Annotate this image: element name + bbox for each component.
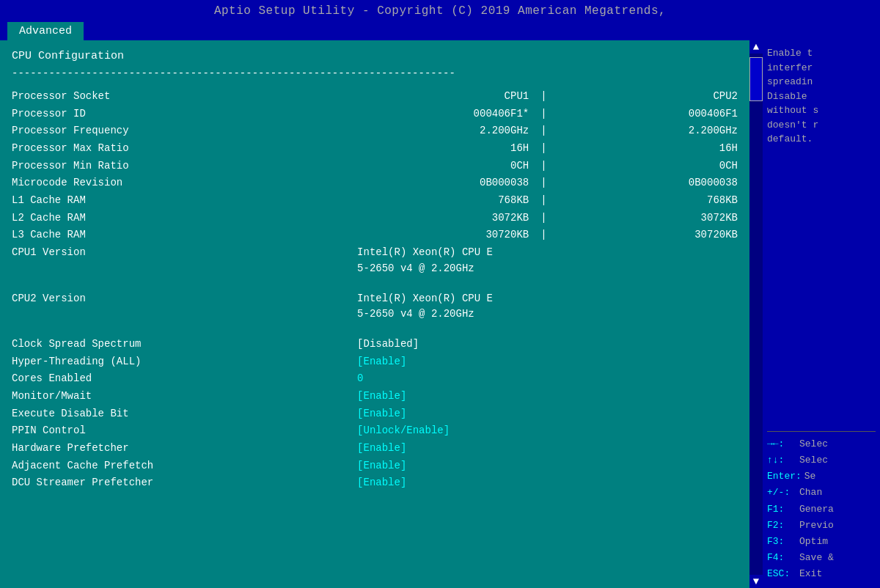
value-cores-enabled[interactable]: 0 bbox=[350, 370, 738, 388]
key-sym: Enter: bbox=[767, 468, 802, 485]
table-row: 5-2650 v4 @ 2.20GHz bbox=[12, 261, 738, 283]
table-row: Processor ID 000406F1* | 000406F1 bbox=[12, 106, 738, 123]
value: 30720KB bbox=[350, 227, 529, 244]
right-panel: Enable t interfer spreadin Disable witho… bbox=[763, 40, 880, 588]
main-content: CPU Configuration ----------------------… bbox=[0, 40, 880, 588]
table-row-hyper-threading[interactable]: Hyper-Threading (ALL) [Enable] bbox=[12, 353, 738, 371]
tab-advanced[interactable]: Advanced bbox=[7, 22, 84, 40]
value: 2.200GHz bbox=[350, 122, 529, 140]
value2: 2.200GHz bbox=[559, 122, 738, 140]
table-row: CPU1 Version Intel(R) Xeon(R) CPU E bbox=[12, 244, 738, 261]
table-row: L3 Cache RAM 30720KB | 30720KB bbox=[12, 227, 738, 244]
cpu2-version-cont: 5-2650 v4 @ 2.20GHz bbox=[350, 306, 738, 328]
scroll-track[interactable] bbox=[749, 54, 763, 575]
key-item: ↑↓: Selec bbox=[767, 452, 876, 468]
label: L2 Cache RAM bbox=[12, 210, 350, 227]
table-row: Processor Min Ratio 0CH | 0CH bbox=[12, 158, 738, 175]
table-row-adj-cache[interactable]: Adjacent Cache Prefetch [Enable] bbox=[12, 457, 738, 475]
scrollbar[interactable]: ▲ ▼ bbox=[749, 40, 763, 588]
label bbox=[12, 306, 350, 328]
label: L1 Cache RAM bbox=[12, 192, 350, 210]
table-row-hw-prefetch[interactable]: Hardware Prefetcher [Enable] bbox=[12, 440, 738, 457]
label: Processor Min Ratio bbox=[12, 158, 350, 175]
separator: ----------------------------------------… bbox=[12, 66, 738, 82]
help-line: Disable bbox=[767, 89, 876, 104]
value2: CPU2 bbox=[559, 88, 738, 106]
value-monitor-mwait[interactable]: [Enable] bbox=[350, 388, 738, 405]
label: L3 Cache RAM bbox=[12, 227, 350, 244]
section-title: CPU Configuration bbox=[12, 48, 738, 65]
help-line: interfer bbox=[767, 61, 876, 76]
value2: 16H bbox=[559, 140, 738, 158]
table-row-execute-disable[interactable]: Execute Disable Bit [Enable] bbox=[12, 405, 738, 423]
value2: 30720KB bbox=[559, 227, 738, 244]
key-item: F3: Optim bbox=[767, 534, 876, 550]
key-item: F1: Genera bbox=[767, 501, 876, 518]
value: 0CH bbox=[350, 158, 529, 175]
value-dcu-streamer[interactable]: [Enable] bbox=[350, 474, 738, 492]
table-row: L1 Cache RAM 768KB | 768KB bbox=[12, 192, 738, 210]
table-row-monitor-mwait[interactable]: Monitor/Mwait [Enable] bbox=[12, 388, 738, 405]
key-sym: +/-: bbox=[767, 485, 796, 501]
label bbox=[12, 261, 350, 283]
config-table: Processor Socket CPU1 | CPU2 Processor I… bbox=[12, 88, 738, 492]
cpu2-version: Intel(R) Xeon(R) CPU E bbox=[350, 290, 738, 307]
table-row: Processor Socket CPU1 | CPU2 bbox=[12, 88, 738, 106]
table-row-dcu-streamer[interactable]: DCU Streamer Prefetcher [Enable] bbox=[12, 474, 738, 492]
scroll-down-arrow[interactable]: ▼ bbox=[749, 575, 763, 588]
value: 000406F1* bbox=[350, 106, 529, 123]
cpu1-version-cont: 5-2650 v4 @ 2.20GHz bbox=[350, 261, 738, 283]
value2: 0B000038 bbox=[559, 174, 738, 192]
label[interactable]: Hyper-Threading (ALL) bbox=[12, 353, 350, 371]
help-line: doesn't r bbox=[767, 118, 876, 133]
key-sym: F4: bbox=[767, 550, 796, 566]
table-row-cores-enabled[interactable]: Cores Enabled 0 bbox=[12, 370, 738, 388]
value2: 0CH bbox=[559, 158, 738, 175]
key-desc: Save & bbox=[799, 550, 834, 566]
label[interactable]: Hardware Prefetcher bbox=[12, 440, 350, 457]
key-desc: Genera bbox=[799, 501, 834, 518]
label: Processor ID bbox=[12, 106, 350, 123]
key-item: F2: Previo bbox=[767, 518, 876, 534]
key-sym: ESC: bbox=[767, 566, 796, 582]
key-item: +/-: Chan bbox=[767, 485, 876, 501]
label: Processor Frequency bbox=[12, 122, 350, 140]
value: 768KB bbox=[350, 192, 529, 210]
key-desc: Chan bbox=[799, 485, 822, 501]
table-row-clock-spread: Clock Spread Spectrum [Disabled] bbox=[12, 336, 738, 353]
value-execute-disable[interactable]: [Enable] bbox=[350, 405, 738, 423]
tab-bar: Advanced bbox=[0, 22, 880, 40]
scroll-up-arrow[interactable]: ▲ bbox=[749, 40, 763, 54]
key-desc: Previo bbox=[799, 518, 834, 534]
key-legend: →←: Selec ↑↓: Selec Enter: Se +/-: Chan … bbox=[767, 431, 876, 582]
key-desc: Selec bbox=[799, 436, 828, 452]
key-item: →←: Selec bbox=[767, 436, 876, 452]
key-sym: F3: bbox=[767, 534, 796, 550]
label[interactable]: Cores Enabled bbox=[12, 370, 350, 388]
label: Processor Max Ratio bbox=[12, 140, 350, 158]
table-row: Processor Frequency 2.200GHz | 2.200GHz bbox=[12, 122, 738, 140]
help-line: without s bbox=[767, 103, 876, 118]
scroll-thumb[interactable] bbox=[749, 57, 763, 101]
key-item: ESC: Exit bbox=[767, 566, 876, 582]
value-ppin-control[interactable]: [Unlock/Enable] bbox=[350, 422, 738, 440]
value-adj-cache[interactable]: [Enable] bbox=[350, 457, 738, 475]
value-hyper-threading[interactable]: [Enable] bbox=[350, 353, 738, 371]
label[interactable]: Adjacent Cache Prefetch bbox=[12, 457, 350, 475]
key-sym: ↑↓: bbox=[767, 452, 796, 468]
label: CPU1 Version bbox=[12, 244, 350, 261]
label[interactable]: PPIN Control bbox=[12, 422, 350, 440]
value-clock-spread: [Disabled] bbox=[350, 336, 738, 353]
table-row-ppin-control[interactable]: PPIN Control [Unlock/Enable] bbox=[12, 422, 738, 440]
value: 0B000038 bbox=[350, 174, 529, 192]
value2: 768KB bbox=[559, 192, 738, 210]
label: CPU2 Version bbox=[12, 290, 350, 307]
table-row: L2 Cache RAM 3072KB | 3072KB bbox=[12, 210, 738, 227]
label[interactable]: Execute Disable Bit bbox=[12, 405, 350, 423]
value-hw-prefetch[interactable]: [Enable] bbox=[350, 440, 738, 457]
table-row: CPU2 Version Intel(R) Xeon(R) CPU E bbox=[12, 290, 738, 307]
key-desc: Optim bbox=[799, 534, 828, 550]
value: 16H bbox=[350, 140, 529, 158]
label[interactable]: DCU Streamer Prefetcher bbox=[12, 474, 350, 492]
label[interactable]: Monitor/Mwait bbox=[12, 388, 350, 405]
